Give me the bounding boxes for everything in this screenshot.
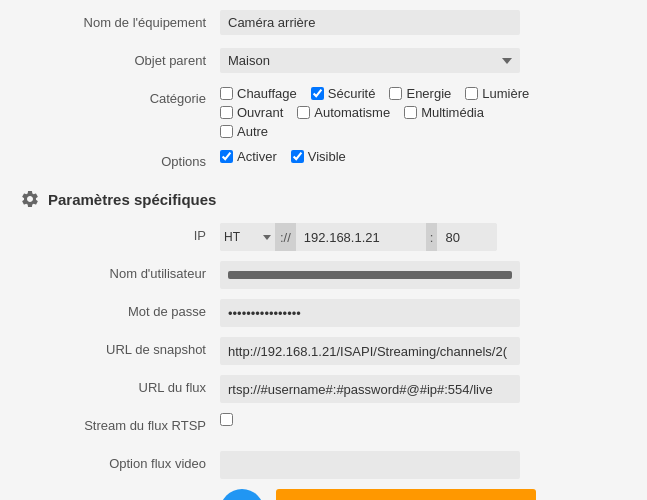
option-flux-row: Option flux video	[20, 451, 627, 479]
objet-parent-field: Maison Bureau Extérieur	[220, 48, 627, 73]
cat-lumiere-label: Lumière	[482, 86, 529, 101]
cat-chauffage-checkbox[interactable]	[220, 87, 233, 100]
params-section-title: Paramètres spécifiques	[48, 191, 216, 208]
category-row-1: Chauffage Sécurité Energie Lumière	[220, 86, 529, 101]
cat-ouvrant-label: Ouvrant	[237, 105, 283, 120]
options-row: Options Activer Visible	[20, 149, 627, 177]
stream-rtsp-field	[220, 413, 627, 426]
password-label: Mot de passe	[20, 299, 220, 319]
option-activer-checkbox[interactable]	[220, 150, 233, 163]
option-flux-label: Option flux video	[20, 451, 220, 471]
cat-autre[interactable]: Autre	[220, 124, 268, 139]
categorie-row: Catégorie Chauffage Sécurité Energie	[20, 86, 627, 139]
stream-rtsp-row: Stream du flux RTSP	[20, 413, 627, 441]
objet-parent-label: Objet parent	[20, 48, 220, 68]
cat-lumiere-checkbox[interactable]	[465, 87, 478, 100]
url-snapshot-label: URL de snapshot	[20, 337, 220, 357]
ip-field-combined: HT HT :// :	[220, 223, 497, 251]
gear-icon	[20, 189, 40, 209]
category-row-3: Autre	[220, 124, 529, 139]
cat-energie[interactable]: Energie	[389, 86, 451, 101]
objet-parent-row: Objet parent Maison Bureau Extérieur	[20, 48, 627, 76]
option-flux-field	[220, 451, 627, 479]
params-section-header: Paramètres spécifiques	[20, 189, 627, 213]
previsualiser-field: N'oubliez pas de sauvegarder pour voir v…	[220, 489, 627, 500]
cat-multimedia-checkbox[interactable]	[404, 106, 417, 119]
cat-autre-label: Autre	[237, 124, 268, 139]
url-flux-field	[220, 375, 627, 403]
warning-message: N'oubliez pas de sauvegarder pour voir v…	[276, 489, 536, 500]
options-field: Activer Visible	[220, 149, 627, 164]
category-row-2: Ouvrant Automatisme Multimédia	[220, 105, 529, 120]
ip-separator: ://	[275, 223, 296, 251]
username-display	[220, 261, 520, 289]
option-visible-label: Visible	[308, 149, 346, 164]
cat-ouvrant[interactable]: Ouvrant	[220, 105, 283, 120]
url-snapshot-input[interactable]	[220, 337, 520, 365]
ip-port-input[interactable]	[437, 223, 497, 251]
objet-parent-select[interactable]: Maison Bureau Extérieur	[220, 48, 520, 73]
cat-lumiere[interactable]: Lumière	[465, 86, 529, 101]
cat-multimedia-label: Multimédia	[421, 105, 484, 120]
password-field	[220, 299, 627, 327]
cat-chauffage[interactable]: Chauffage	[220, 86, 297, 101]
password-row: Mot de passe	[20, 299, 627, 327]
url-snapshot-field	[220, 337, 627, 365]
cat-securite[interactable]: Sécurité	[311, 86, 376, 101]
url-flux-label: URL du flux	[20, 375, 220, 395]
ip-field-wrapper-outer: HT HT :// :	[220, 223, 627, 251]
cat-energie-checkbox[interactable]	[389, 87, 402, 100]
url-snapshot-row: URL de snapshot	[20, 337, 627, 365]
cat-autre-checkbox[interactable]	[220, 125, 233, 138]
username-redacted	[228, 271, 512, 279]
username-row: Nom d'utilisateur	[20, 261, 627, 289]
preview-camera-button[interactable]	[220, 489, 264, 500]
options-label: Options	[20, 149, 220, 169]
nom-equipement-row: Nom de l'équipement	[20, 10, 627, 38]
option-activer[interactable]: Activer	[220, 149, 277, 164]
ip-colon: :	[426, 223, 438, 251]
nom-equipement-input[interactable]	[220, 10, 520, 35]
ip-label: IP	[20, 223, 220, 243]
nom-equipement-field	[220, 10, 627, 35]
option-flux-video-display	[220, 451, 520, 479]
option-visible-checkbox[interactable]	[291, 150, 304, 163]
cat-automatisme-checkbox[interactable]	[297, 106, 310, 119]
settings-form: Nom de l'équipement Objet parent Maison …	[0, 0, 647, 500]
category-rows: Chauffage Sécurité Energie Lumière	[220, 86, 529, 139]
options-checkboxes: Activer Visible	[220, 149, 346, 164]
password-input[interactable]	[220, 299, 520, 327]
url-flux-row: URL du flux	[20, 375, 627, 403]
cat-multimedia[interactable]: Multimédia	[404, 105, 484, 120]
ip-row: IP HT HT :// :	[20, 223, 627, 251]
cat-ouvrant-checkbox[interactable]	[220, 106, 233, 119]
cat-automatisme[interactable]: Automatisme	[297, 105, 390, 120]
username-label: Nom d'utilisateur	[20, 261, 220, 281]
preview-section: N'oubliez pas de sauvegarder pour voir v…	[220, 489, 536, 500]
stream-rtsp-checkbox[interactable]	[220, 413, 233, 426]
ip-address-input[interactable]	[296, 223, 426, 251]
categorie-field: Chauffage Sécurité Energie Lumière	[220, 86, 627, 139]
cat-energie-label: Energie	[406, 86, 451, 101]
cat-securite-checkbox[interactable]	[311, 87, 324, 100]
categorie-label: Catégorie	[20, 86, 220, 106]
url-flux-input[interactable]	[220, 375, 520, 403]
nom-equipement-label: Nom de l'équipement	[20, 10, 220, 30]
cat-automatisme-label: Automatisme	[314, 105, 390, 120]
option-visible[interactable]: Visible	[291, 149, 346, 164]
username-field-wrapper	[220, 261, 627, 289]
cat-chauffage-label: Chauffage	[237, 86, 297, 101]
stream-rtsp-label: Stream du flux RTSP	[20, 413, 220, 433]
option-activer-label: Activer	[237, 149, 277, 164]
cat-securite-label: Sécurité	[328, 86, 376, 101]
ip-protocol-select[interactable]: HT HT	[220, 223, 275, 251]
previsualiser-row: Previsualiser N'oubliez pas de sauvegard…	[20, 489, 627, 500]
